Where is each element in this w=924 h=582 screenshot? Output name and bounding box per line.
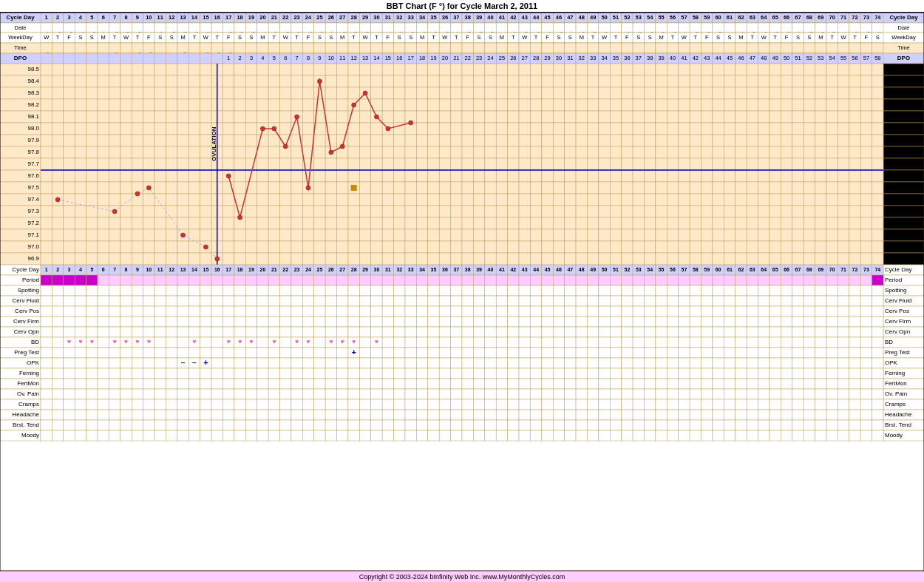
- copyright-footer: Copyright © 2003-2024 bInfinity Web Inc.…: [0, 571, 924, 582]
- main-container: BBT Chart (F °) for Cycle March 2, 2011 …: [0, 0, 924, 582]
- chart-title: BBT Chart (F °) for Cycle March 2, 2011: [0, 0, 924, 13]
